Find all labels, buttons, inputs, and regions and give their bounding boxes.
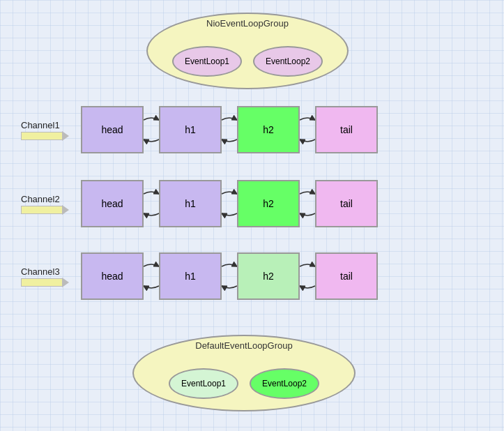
default-loops-row: EventLoop1 EventLoop2	[169, 368, 319, 399]
channel-1-pipeline: head h1 h2 tail	[81, 106, 378, 153]
ch1-h1-box: h1	[159, 106, 222, 153]
default-group-label: DefaultEventLoopGroup	[132, 340, 356, 351]
ch3-connector-3	[300, 259, 315, 294]
channel-1-label-wrap: Channel1	[21, 120, 77, 140]
ch3-tail-box: tail	[315, 252, 378, 300]
default-event-loop-group: DefaultEventLoopGroup EventLoop1 EventLo…	[132, 335, 356, 411]
channel-2-pipeline: head h1 h2 tail	[81, 180, 378, 227]
ch3-connector-1	[144, 259, 159, 294]
ch2-h2-box: h2	[237, 180, 300, 227]
ch1-head-box: head	[81, 106, 144, 153]
ch3-h2-box: h2	[237, 252, 300, 300]
ch2-connector-1	[144, 186, 159, 221]
channel-3-arrow	[21, 278, 63, 287]
ch3-h1-box: h1	[159, 252, 222, 300]
channel-2-label: Channel2	[21, 194, 60, 204]
ch1-connector-3	[300, 112, 315, 147]
ch2-tail-box: tail	[315, 180, 378, 227]
channel-1-row: Channel1	[21, 106, 378, 153]
ch1-tail-box: tail	[315, 106, 378, 153]
ch1-h2-box: h2	[237, 106, 300, 153]
nio-event-loop-group: NioEventLoopGroup EventLoop1 EventLoop2	[146, 13, 349, 89]
ch3-head-box: head	[81, 252, 144, 300]
channel-3-pipeline: head h1 h2 tail	[81, 252, 378, 300]
nio-event-loop-2: EventLoop2	[253, 46, 323, 77]
nio-group-label: NioEventLoopGroup	[146, 18, 349, 29]
channel-3-row: Channel3 head h1	[21, 252, 378, 300]
ch2-connector-2	[222, 186, 237, 221]
channel-3-label: Channel3	[21, 266, 60, 277]
ch1-connector-1	[144, 112, 159, 147]
channel-1-arrow	[21, 132, 63, 140]
nio-loops-row: EventLoop1 EventLoop2	[172, 46, 323, 77]
default-event-loop-1: EventLoop1	[169, 368, 238, 399]
channel-2-arrow	[21, 206, 63, 214]
default-event-loop-2: EventLoop2	[250, 368, 319, 399]
nio-event-loop-1: EventLoop1	[172, 46, 242, 77]
diagram-container: NioEventLoopGroup EventLoop1 EventLoop2 …	[0, 0, 504, 431]
channel-2-label-wrap: Channel2	[21, 194, 77, 214]
channel-3-label-wrap: Channel3	[21, 266, 77, 287]
ch3-connector-2	[222, 259, 237, 294]
ch2-connector-3	[300, 186, 315, 221]
channel-1-label: Channel1	[21, 120, 60, 130]
ch1-connector-2	[222, 112, 237, 147]
ch2-h1-box: h1	[159, 180, 222, 227]
ch2-head-box: head	[81, 180, 144, 227]
channel-2-row: Channel2 head h1	[21, 180, 378, 227]
